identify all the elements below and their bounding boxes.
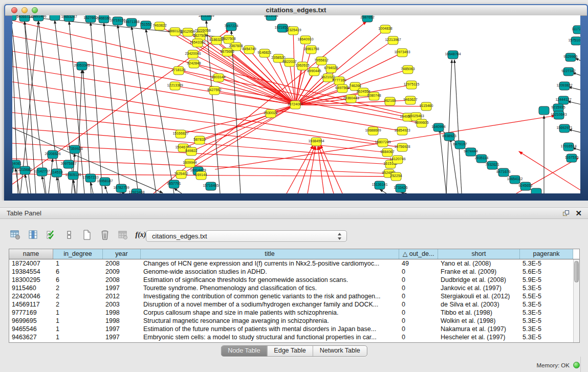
node-9884067[interactable]: 9884067 — [380, 148, 394, 157]
edge[interactable] — [446, 60, 452, 193]
node-16033809[interactable]: 16033809 — [198, 15, 214, 20]
node-9115460[interactable]: 9115460 — [420, 102, 433, 111]
column-header-out_degree[interactable]: △ out_de... — [399, 249, 438, 259]
node-1527602[interactable]: 1527602 — [83, 15, 97, 23]
node-15166827[interactable]: 15166827 — [172, 130, 188, 138]
node-7932621[interactable]: 7932621 — [485, 161, 499, 169]
close-panel-icon[interactable]: ✕ — [575, 209, 582, 218]
network-canvas[interactable]: 1405572420891406106532471527602646616010… — [12, 15, 580, 193]
column-header-in_degree[interactable]: in_degree — [53, 249, 103, 259]
edge[interactable] — [12, 97, 402, 147]
tab-node-table[interactable]: Node Table — [221, 346, 267, 356]
edge[interactable] — [146, 29, 174, 193]
new-table-icon[interactable] — [79, 227, 95, 243]
node-2530021[interactable]: 2530021 — [264, 110, 277, 118]
node-9463627[interactable]: 9463627 — [403, 96, 417, 104]
node-16648784[interactable]: 16648784 — [445, 51, 461, 59]
column-header-title[interactable]: title — [141, 249, 399, 259]
column-header-short[interactable]: short — [438, 249, 520, 259]
node-10688609[interactable]: 10688609 — [365, 127, 381, 135]
column-header-name[interactable]: name — [9, 249, 53, 259]
float-panel-icon[interactable] — [563, 210, 570, 217]
node-9474444[interactable]: 9474444 — [464, 148, 477, 156]
node-1080748[interactable]: 1080748 — [367, 92, 381, 100]
node-16782759[interactable]: 16782759 — [113, 184, 129, 192]
node-1215682[interactable]: 1215682 — [18, 166, 32, 174]
edge[interactable] — [200, 105, 295, 140]
node-1004838[interactable]: 1004838 — [378, 25, 392, 33]
node-5875685[interactable]: 5875685 — [220, 48, 234, 56]
table-row[interactable]: 1830029562008Estimation of significance … — [9, 276, 573, 284]
rows-icon[interactable] — [61, 227, 77, 243]
edge[interactable] — [38, 21, 60, 193]
node-9329966[interactable]: 9329966 — [563, 53, 577, 61]
table-scrollbar-thumb[interactable] — [574, 261, 579, 282]
edge[interactable] — [42, 176, 45, 193]
edge[interactable] — [191, 105, 295, 151]
node-9245652[interactable]: 9245652 — [518, 182, 532, 190]
node-12975115[interactable]: 12975115 — [404, 81, 420, 89]
edge[interactable] — [298, 146, 315, 193]
node-20360443[interactable]: 20360443 — [343, 95, 359, 103]
node-16961758[interactable]: 16961758 — [303, 46, 319, 54]
node-12213967[interactable]: 12213967 — [385, 36, 401, 45]
node-20053346[interactable]: 20053346 — [74, 62, 90, 70]
node-8938923[interactable]: 8938923 — [442, 133, 456, 141]
node-9899605[interactable]: 9899605 — [415, 119, 428, 127]
node-30975887[interactable]: 30975887 — [60, 160, 76, 168]
node-15692971[interactable]: 15692971 — [556, 124, 572, 133]
table-row[interactable]: 969969511998Structural magnetic resonanc… — [9, 317, 573, 325]
node-9777169[interactable]: 9777169 — [332, 77, 346, 85]
node-7857224[interactable]: 7857224 — [224, 23, 238, 31]
node-7463822[interactable]: 7463822 — [153, 22, 166, 30]
node-8813054[interactable]: 8813054 — [264, 15, 278, 20]
node-unlabeled[interactable] — [539, 106, 549, 115]
delete-table-icon[interactable] — [97, 227, 113, 243]
node-2718126[interactable]: 2718126 — [171, 67, 185, 75]
memory-status-icon[interactable] — [573, 362, 580, 368]
node-9242848[interactable]: 9242848 — [187, 60, 201, 68]
node-12325419[interactable]: 12325419 — [285, 27, 301, 35]
edge[interactable] — [174, 188, 182, 193]
node-8454749[interactable]: 8454749 — [242, 46, 256, 54]
node-12923468[interactable]: 12923468 — [128, 189, 144, 193]
node-2387652[interactable]: 2387652 — [360, 15, 374, 22]
table-settings-icon[interactable] — [7, 227, 24, 243]
edge[interactable] — [104, 23, 120, 193]
node-12213389[interactable]: 12213389 — [167, 82, 183, 90]
node-16543382[interactable]: 16543382 — [189, 39, 205, 47]
column-header-pagerank[interactable]: pagerank — [520, 249, 573, 259]
node-984081[interactable]: 984081 — [12, 160, 21, 168]
node-2803144[interactable]: 2803144 — [211, 74, 225, 82]
node-20206526[interactable]: 20206526 — [45, 150, 60, 159]
table-row[interactable]: 1938455462009Genome-wide association stu… — [9, 268, 573, 276]
node-962160[interactable]: 962160 — [384, 97, 396, 105]
panel-divider[interactable] — [0, 201, 588, 207]
node-12093822[interactable]: 12093822 — [556, 82, 572, 90]
node-1167533[interactable]: 1167533 — [565, 154, 579, 162]
edge[interactable] — [569, 129, 580, 134]
table-row[interactable]: 977716911998Corpus callosum shape and si… — [9, 309, 573, 317]
node-16958187[interactable]: 16958187 — [97, 178, 113, 186]
table-selector-dropdown[interactable]: citations_edges.txt — [146, 230, 347, 242]
node-8471676[interactable]: 8471676 — [496, 168, 510, 177]
node-unlabeled[interactable] — [12, 15, 16, 20]
node-169144[interactable]: 169144 — [195, 171, 207, 180]
node-9857791[interactable]: 9857791 — [167, 180, 181, 188]
network-svg[interactable]: 1405572420891406106532471527602646616010… — [12, 15, 580, 193]
edge[interactable] — [295, 105, 426, 106]
node-12505135[interactable]: 12505135 — [65, 171, 81, 180]
edge[interactable] — [91, 23, 102, 193]
tab-edge-table[interactable]: Edge Table — [267, 346, 312, 356]
node-33159[interactable]: 33159 — [12, 165, 13, 173]
node-6466160[interactable]: 6466160 — [97, 15, 111, 23]
node-17016514[interactable]: 17016514 — [560, 143, 576, 151]
node-751552[interactable]: 751552 — [140, 21, 151, 29]
edge[interactable] — [154, 21, 366, 193]
tab-network-table[interactable]: Network Table — [313, 346, 367, 356]
node-1117204[interactable]: 1117204 — [572, 26, 580, 34]
table-row[interactable]: 1456911722003Disruption of a novel membe… — [9, 300, 573, 309]
node-2935114[interactable]: 2935114 — [475, 155, 489, 163]
node-252254[interactable]: 252254 — [390, 172, 402, 181]
node-15716485[interactable]: 15716485 — [203, 182, 219, 190]
